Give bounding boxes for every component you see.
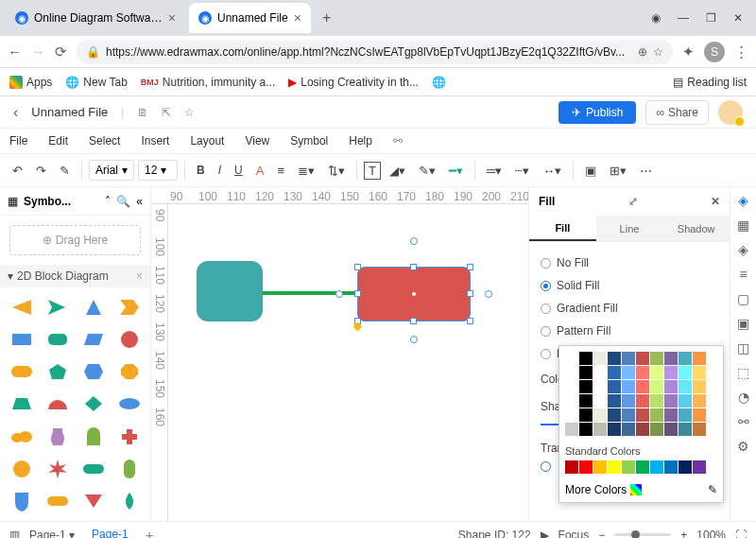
color-cell[interactable] <box>593 408 607 422</box>
color-cell[interactable] <box>650 460 663 474</box>
color-cell[interactable] <box>664 423 678 436</box>
save-icon[interactable]: 🗎 <box>137 106 148 119</box>
canvas[interactable] <box>168 204 528 521</box>
line-style-icon[interactable]: ━▾ <box>444 161 468 181</box>
radio-pattern[interactable]: Pattern Fill <box>541 320 718 342</box>
menu-symbol[interactable]: Symbol <box>290 134 328 148</box>
color-cell[interactable] <box>636 380 649 393</box>
cube-icon[interactable]: ⬚ <box>737 365 749 380</box>
line-weight-icon[interactable]: ═▾ <box>482 161 507 181</box>
add-page-icon[interactable]: + <box>146 527 154 538</box>
zoom-out-icon[interactable]: − <box>598 529 605 539</box>
color-cell[interactable] <box>693 366 706 379</box>
size-select[interactable]: 12▾ <box>138 160 178 181</box>
focus-toggle[interactable]: Focus <box>558 529 590 539</box>
spacing-icon[interactable]: ⇅▾ <box>323 161 350 181</box>
user-avatar[interactable] <box>718 100 743 125</box>
maximize-icon[interactable]: ❐ <box>706 11 716 25</box>
pages-icon[interactable]: ▥ <box>9 529 20 539</box>
color-cell[interactable] <box>679 366 692 379</box>
shape-seal[interactable] <box>8 457 36 481</box>
italic-icon[interactable]: I <box>214 161 226 180</box>
shape-pill2[interactable] <box>79 457 108 481</box>
color-cell[interactable] <box>579 366 593 379</box>
shape-circle[interactable] <box>115 327 144 352</box>
menu-help[interactable]: Help <box>349 134 372 148</box>
shape-chevron[interactable] <box>115 295 144 320</box>
share-button[interactable]: ∞Share <box>645 100 709 125</box>
undo-icon[interactable]: ↶ <box>8 161 27 181</box>
export-icon[interactable]: ⇱ <box>162 106 171 119</box>
color-cell[interactable] <box>565 352 578 365</box>
color-cell[interactable] <box>565 394 578 408</box>
close-window-icon[interactable]: ✕ <box>733 11 743 25</box>
tab-line[interactable]: Line <box>596 216 663 241</box>
color-cell[interactable] <box>650 366 663 379</box>
shape-parallel[interactable] <box>79 327 108 352</box>
arrow-icon[interactable]: ↔▾ <box>538 161 566 181</box>
color-cell[interactable] <box>693 423 706 436</box>
group-icon[interactable]: ⊞▾ <box>605 161 631 181</box>
yt-bookmark[interactable]: ▶Losing Creativity in th... <box>288 76 419 89</box>
bmj-bookmark[interactable]: BMJNutrition, immunity a... <box>141 76 275 89</box>
radio-gradient[interactable]: Gradient Fill <box>541 297 718 320</box>
browser-tab-1[interactable]: ◉ Online Diagram Software - EdrawM × <box>6 3 185 33</box>
color-cell[interactable] <box>693 380 706 393</box>
color-cell[interactable] <box>593 366 607 379</box>
shape-triangle[interactable] <box>8 295 36 320</box>
shape-oct[interactable] <box>115 359 144 384</box>
color-cell[interactable] <box>608 352 621 365</box>
color-cell[interactable] <box>664 394 678 408</box>
color-cell[interactable] <box>565 380 578 393</box>
stack-icon[interactable]: ≡ <box>739 267 747 282</box>
shape-trap[interactable] <box>8 391 36 416</box>
shape-hex[interactable] <box>79 359 108 384</box>
shape-drop[interactable] <box>115 489 144 513</box>
chart-icon[interactable]: ◫ <box>737 340 749 356</box>
color-cell[interactable] <box>622 380 635 393</box>
collapse-icon[interactable]: « <box>136 195 143 208</box>
back-icon[interactable]: ← <box>8 43 22 60</box>
favorite-icon[interactable]: ☆ <box>184 106 195 119</box>
color-cell[interactable] <box>608 380 621 393</box>
back-button[interactable]: ‹ <box>13 104 18 121</box>
close-icon[interactable]: × <box>168 10 176 26</box>
pin-icon[interactable]: ⤢ <box>628 195 638 208</box>
shape-cloud[interactable] <box>8 425 36 449</box>
color-cell[interactable] <box>565 423 578 436</box>
align-icon[interactable]: ≡ <box>272 161 289 181</box>
shape-capsule[interactable] <box>43 489 72 513</box>
shape-jar[interactable] <box>43 425 72 449</box>
color-cell[interactable] <box>565 408 578 422</box>
color-cell[interactable] <box>565 460 578 474</box>
fill-tool-icon[interactable]: ◈ <box>738 193 748 208</box>
color-cell[interactable] <box>664 460 678 474</box>
dash-icon[interactable]: ┄▾ <box>510 161 534 181</box>
bold-icon[interactable]: B <box>192 161 210 180</box>
page-tab[interactable]: Page-1 <box>84 525 136 539</box>
browser-tab-2[interactable]: ◉ Unnamed File × <box>189 3 311 33</box>
color-cell[interactable] <box>679 460 692 474</box>
shape-tube[interactable] <box>115 457 144 481</box>
color-cell[interactable] <box>664 366 678 379</box>
close-icon[interactable]: × <box>294 10 301 26</box>
shape-semicircle[interactable] <box>43 391 72 416</box>
color-cell[interactable] <box>622 423 635 436</box>
color-cell[interactable] <box>593 423 607 436</box>
color-cell[interactable] <box>593 380 607 393</box>
menu-icon[interactable]: ⋮ <box>734 43 748 61</box>
fullscreen-icon[interactable]: ⛶ <box>735 529 747 539</box>
image-icon[interactable]: ▣ <box>737 316 749 331</box>
color-cell[interactable] <box>622 460 635 474</box>
link-icon[interactable]: ⚯ <box>393 134 403 148</box>
color-cell[interactable] <box>622 352 635 365</box>
zoom-slider[interactable] <box>614 533 671 536</box>
color-cell[interactable] <box>636 408 649 422</box>
color-cell[interactable] <box>579 380 593 393</box>
shape-shield[interactable] <box>8 489 36 513</box>
reading-list[interactable]: ▤Reading list <box>673 76 747 89</box>
url-input[interactable]: 🔒 https://www.edrawmax.com/online/app.ht… <box>77 40 673 64</box>
font-color-icon[interactable]: A <box>251 161 269 181</box>
star-icon[interactable]: ☆ <box>653 45 663 59</box>
layers-icon[interactable]: ◈ <box>738 242 748 257</box>
